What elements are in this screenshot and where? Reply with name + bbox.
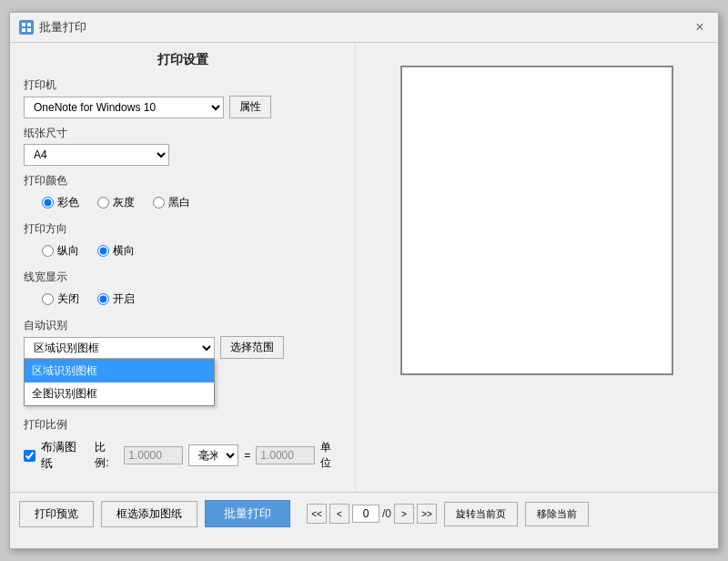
direction-group: 打印方向 纵向 横向 — [24, 221, 341, 262]
title-bar-left: 批量打印 — [19, 19, 86, 36]
linewidth-label: 线宽显示 — [24, 270, 341, 285]
printer-group: 打印机 OneNote for Windows 10 Microsoft Pri… — [24, 77, 341, 118]
direction-radio-portrait[interactable]: 纵向 — [42, 243, 79, 259]
printer-row: OneNote for Windows 10 Microsoft Print t… — [24, 96, 341, 118]
svg-rect-3 — [27, 28, 31, 32]
right-panel — [356, 43, 718, 492]
remove-button[interactable]: 移除当前 — [525, 502, 589, 526]
batch-print-dialog: 批量打印 × 打印设置 打印机 OneNote for Windows 10 M… — [9, 12, 719, 549]
close-button[interactable]: × — [691, 18, 709, 36]
color-group: 打印颜色 彩色 灰度 黑白 — [24, 173, 341, 214]
direction-label-landscape: 横向 — [113, 243, 135, 259]
nav-next-button[interactable]: > — [394, 504, 414, 524]
page-total: /0 — [382, 507, 391, 520]
direction-radio-landscape[interactable]: 横向 — [97, 243, 135, 259]
nav-controls: << < /0 > >> — [307, 504, 437, 524]
direction-label-portrait: 纵向 — [57, 243, 79, 259]
frame-add-button[interactable]: 框选添加图纸 — [101, 501, 197, 527]
scale-ratio-label: 比例: — [95, 440, 118, 471]
properties-button[interactable]: 属性 — [229, 96, 271, 118]
scale-input2[interactable] — [256, 446, 315, 464]
linewidth-label-off: 关闭 — [57, 291, 79, 307]
svg-rect-0 — [22, 23, 25, 26]
nav-first-button[interactable]: << — [307, 504, 327, 524]
choose-range-button[interactable]: 选择范围 — [220, 336, 284, 359]
color-label-gray: 灰度 — [113, 195, 135, 210]
auto-identify-dropdown: 区域识别图框 全图识别图框 — [24, 359, 215, 406]
scale-row: 布满图纸 比例: 毫米 厘米 英寸 = 单位 — [24, 435, 341, 475]
printer-select[interactable]: OneNote for Windows 10 Microsoft Print t… — [24, 97, 224, 118]
print-preview-area — [400, 66, 673, 375]
auto-identify-row: 区域识别图框 全图识别图框 区域识别图框 全图识别图框 选择范围 — [24, 336, 341, 359]
linewidth-label-on: 开启 — [113, 291, 135, 307]
paper-label: 纸张尺寸 — [24, 126, 341, 141]
svg-rect-2 — [22, 28, 25, 32]
color-label: 打印颜色 — [24, 173, 341, 189]
batch-print-button[interactable]: 批量打印 — [205, 500, 290, 527]
section-title: 打印设置 — [24, 52, 341, 68]
auto-identify-group: 自动识别 区域识别图框 全图识别图框 区域识别图框 全图识别图框 选择范围 — [24, 318, 341, 359]
fit-paper-checkbox[interactable] — [24, 450, 35, 462]
unit-label: 单位 — [320, 440, 341, 471]
dropdown-item-region[interactable]: 区域识别图框 — [25, 360, 214, 382]
svg-rect-1 — [27, 23, 31, 26]
unit-select[interactable]: 毫米 厘米 英寸 — [188, 444, 238, 466]
auto-identify-label: 自动识别 — [24, 318, 341, 333]
color-radio-color[interactable]: 彩色 — [42, 195, 79, 210]
auto-identify-select-wrapper: 区域识别图框 全图识别图框 区域识别图框 全图识别图框 — [24, 337, 215, 359]
linewidth-radio-on[interactable]: 开启 — [97, 291, 135, 307]
page-input[interactable] — [352, 505, 379, 523]
paper-select[interactable]: A4 A3 Letter — [24, 144, 169, 166]
title-bar: 批量打印 × — [10, 13, 718, 43]
printer-label: 打印机 — [24, 77, 341, 93]
rotate-button[interactable]: 旋转当前页 — [444, 502, 518, 526]
scale-input1[interactable] — [124, 446, 183, 464]
nav-last-button[interactable]: >> — [417, 504, 437, 524]
app-icon — [19, 20, 34, 35]
linewidth-radio-off[interactable]: 关闭 — [42, 291, 79, 307]
auto-identify-select[interactable]: 区域识别图框 全图识别图框 — [24, 337, 215, 359]
color-label-bw: 黑白 — [168, 195, 190, 210]
equals-sign: = — [244, 449, 250, 462]
left-panel: 打印设置 打印机 OneNote for Windows 10 Microsof… — [10, 43, 356, 492]
paper-group: 纸张尺寸 A4 A3 Letter — [24, 126, 341, 166]
direction-label: 打印方向 — [24, 221, 341, 237]
linewidth-group: 线宽显示 关闭 开启 — [24, 270, 341, 311]
linewidth-radio-group: 关闭 开启 — [24, 288, 341, 311]
dialog-title: 批量打印 — [39, 19, 86, 36]
dialog-body: 打印设置 打印机 OneNote for Windows 10 Microsof… — [10, 43, 718, 492]
nav-prev-button[interactable]: < — [329, 504, 349, 524]
fit-paper-label: 布满图纸 — [41, 439, 86, 472]
color-radio-bw[interactable]: 黑白 — [153, 195, 190, 210]
bottom-bar: 打印预览 框选添加图纸 批量打印 << < /0 > >> 旋转当前页 移除当前 — [10, 492, 718, 535]
scale-group: 打印比例 布满图纸 比例: 毫米 厘米 英寸 = 单位 — [24, 417, 341, 475]
dropdown-item-full[interactable]: 全图识别图框 — [25, 382, 214, 405]
scale-label: 打印比例 — [24, 417, 341, 433]
print-preview-button[interactable]: 打印预览 — [19, 501, 94, 527]
color-radio-group: 彩色 灰度 黑白 — [24, 191, 341, 214]
color-label-color: 彩色 — [57, 195, 79, 210]
color-radio-gray[interactable]: 灰度 — [97, 195, 135, 210]
direction-radio-group: 纵向 横向 — [24, 240, 341, 262]
